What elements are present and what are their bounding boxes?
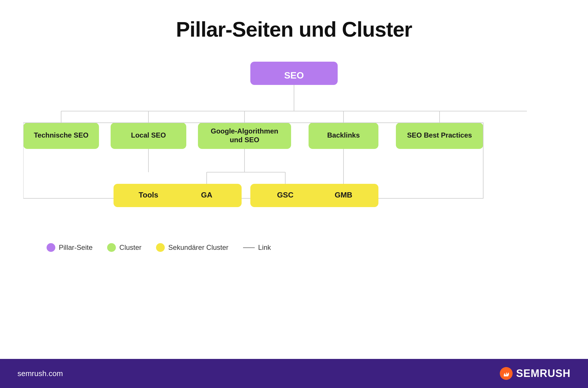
link-label: Link	[258, 243, 271, 252]
seo-best-practices-label: SEO Best Practices	[407, 131, 472, 139]
local-seo-label: Local SEO	[131, 131, 166, 139]
legend-item-link: Link	[243, 243, 271, 252]
backlinks-label: Backlinks	[327, 131, 360, 139]
legend-item-cluster: Cluster	[107, 243, 141, 252]
ga-label: GA	[201, 191, 212, 199]
footer-brand: SEMRUSH	[516, 367, 571, 380]
footer: semrush.com SEMRUSH	[0, 359, 588, 388]
seo-node-label: SEO	[284, 70, 304, 81]
main-content: Pillar-Seiten und Cluster SEO	[0, 0, 588, 359]
diagram-wrapper: SEO Technische SEO Local SEO	[23, 59, 565, 229]
google-algorithmen-label-1: Google-Algorithmen	[211, 127, 278, 135]
legend: Pillar-Seite Cluster Sekundärer Cluster …	[47, 243, 271, 252]
tools-label: Tools	[139, 191, 158, 199]
footer-logo: SEMRUSH	[500, 367, 571, 380]
technische-seo-label: Technische SEO	[34, 131, 88, 139]
footer-url: semrush.com	[17, 369, 63, 378]
link-line	[243, 247, 255, 248]
diagram-svg: SEO Technische SEO Local SEO	[23, 59, 565, 227]
pillar-seite-label: Pillar-Seite	[59, 243, 93, 252]
sekundaerer-cluster-circle	[156, 243, 165, 252]
gsc-label: GSC	[277, 191, 294, 199]
cluster-circle	[107, 243, 116, 252]
sekundaerer-cluster-label: Sekundärer Cluster	[168, 243, 229, 252]
gmb-label: GMB	[335, 191, 353, 199]
pillar-seite-circle	[47, 243, 55, 252]
google-algorithmen-label-2: und SEO	[230, 136, 259, 144]
page-title: Pillar-Seiten und Cluster	[176, 17, 412, 41]
semrush-icon	[500, 367, 513, 380]
legend-item-pillar-seite: Pillar-Seite	[47, 243, 93, 252]
cluster-label: Cluster	[119, 243, 141, 252]
legend-item-sekundaerer-cluster: Sekundärer Cluster	[156, 243, 229, 252]
